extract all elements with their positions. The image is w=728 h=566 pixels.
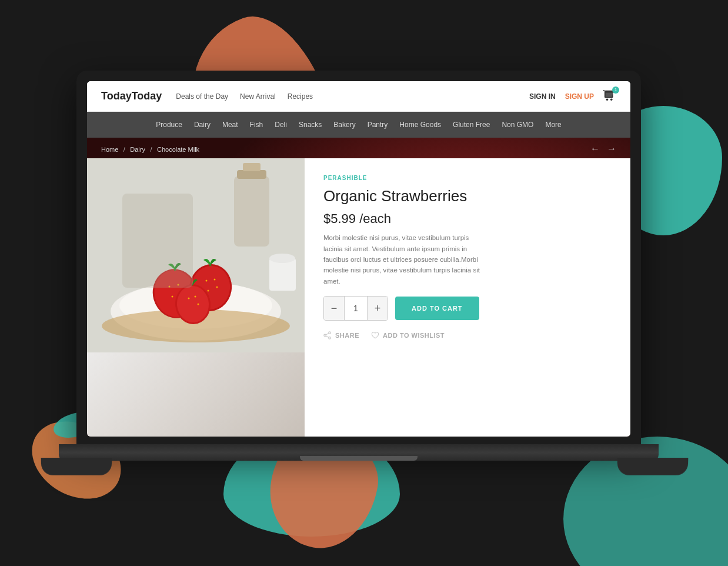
cat-meat[interactable]: Meat [222,121,238,129]
product-area: PERASHIBLE Organic Strawberries $5.99 /e… [87,158,630,437]
deals-link[interactable]: Deals of the Day [176,92,228,101]
new-arrival-link[interactable]: New Arrival [240,92,276,101]
breadcrumb-sep-1: / [123,146,125,153]
cat-produce[interactable]: Produce [156,121,182,129]
laptop-foot-left [41,458,112,475]
cat-dairy[interactable]: Dairy [194,121,211,129]
cat-home-goods[interactable]: Home Goods [399,121,441,129]
product-image-section [87,158,305,437]
brand-logo[interactable]: TodayToday [101,90,162,102]
cart-button[interactable]: 1 [603,89,616,104]
cat-gluten-free[interactable]: Gluten Free [453,121,490,129]
top-nav-links: Deals of the Day New Arrival Recipes [176,92,529,101]
share-icon [323,331,332,339]
quantity-control: − 1 + [323,296,388,321]
laptop-foot-right [617,458,689,475]
cat-pantry[interactable]: Pantry [368,121,388,129]
cat-deli[interactable]: Deli [275,121,287,129]
cat-snacks[interactable]: Snacks [299,121,322,129]
top-nav-right: SIGN IN SIGN UP 1 [529,89,616,104]
share-button[interactable]: SHARE [323,331,359,339]
laptop-screen: TodayToday Deals of the Day New Arrival … [87,81,630,437]
nav-arrows: ← → [590,144,616,154]
quantity-row: − 1 + ADD TO CART [323,296,612,321]
svg-point-27 [198,304,199,305]
add-to-cart-button[interactable]: ADD TO CART [395,297,479,320]
svg-line-35 [326,336,329,337]
laptop-screen-border: TodayToday Deals of the Day New Arrival … [76,71,641,447]
laptop-mockup: TodayToday Deals of the Day New Arrival … [76,71,653,494]
product-tag: PERASHIBLE [323,175,612,181]
prev-arrow[interactable]: ← [590,144,600,154]
quantity-decrease-button[interactable]: − [324,297,344,320]
wishlist-label: ADD TO WISHLIST [383,332,445,339]
svg-rect-4 [234,176,269,247]
svg-rect-5 [237,170,266,179]
svg-rect-30 [122,194,193,288]
wishlist-button[interactable]: ADD TO WISHLIST [371,331,445,339]
cart-count-badge: 1 [612,86,619,94]
svg-point-26 [195,296,196,298]
action-row: SHARE ADD TO WISHLIST [323,331,612,339]
laptop-base [59,444,659,461]
product-name: Organic Strawberries [323,187,612,205]
cat-non-gmo[interactable]: Non GMO [502,121,533,129]
breadcrumb-sep-2: / [150,146,152,153]
next-arrow[interactable]: → [607,144,616,154]
svg-point-1 [606,98,609,101]
svg-point-29 [269,254,295,263]
quantity-increase-button[interactable]: + [368,297,388,320]
heart-icon [371,331,379,339]
svg-point-25 [188,298,190,299]
product-price: $5.99 /each [323,211,612,227]
svg-point-22 [208,290,209,292]
svg-point-20 [214,279,216,281]
share-label: SHARE [335,332,359,339]
product-description: Morbi molestie nisi purus, vitae vestibu… [323,232,488,287]
svg-point-31 [329,332,331,334]
svg-point-32 [329,337,331,339]
breadcrumb-bar: Home / Dairy / Chocolate Milk ← → [87,138,630,160]
recipes-link[interactable]: Recipes [288,92,313,101]
svg-line-34 [326,334,329,335]
product-image-bg [87,158,305,437]
breadcrumb-category[interactable]: Dairy [130,146,145,153]
svg-point-19 [206,280,208,282]
breadcrumb-item[interactable]: Chocolate Milk [157,146,199,153]
cat-more[interactable]: More [545,121,561,129]
svg-point-2 [610,98,613,101]
svg-point-21 [216,287,218,288]
top-navigation: TodayToday Deals of the Day New Arrival … [87,81,630,112]
quantity-value: 1 [344,297,368,320]
category-navigation: Produce Dairy Meat Fish Deli Snacks Bake… [87,112,630,138]
sign-in-button[interactable]: SIGN IN [529,92,556,101]
cat-fish[interactable]: Fish [250,121,263,129]
svg-point-15 [172,296,173,298]
hero-section: Home / Dairy / Chocolate Milk ← → [87,138,630,437]
cat-bakery[interactable]: Bakery [333,121,355,129]
sign-up-button[interactable]: SIGN UP [565,92,594,101]
svg-rect-6 [243,163,261,171]
product-image-svg [87,158,305,352]
product-detail-section: PERASHIBLE Organic Strawberries $5.99 /e… [305,158,630,437]
breadcrumb-home[interactable]: Home [101,146,118,153]
breadcrumb: Home / Dairy / Chocolate Milk [101,144,199,154]
svg-rect-28 [269,258,296,291]
svg-point-33 [324,334,326,337]
